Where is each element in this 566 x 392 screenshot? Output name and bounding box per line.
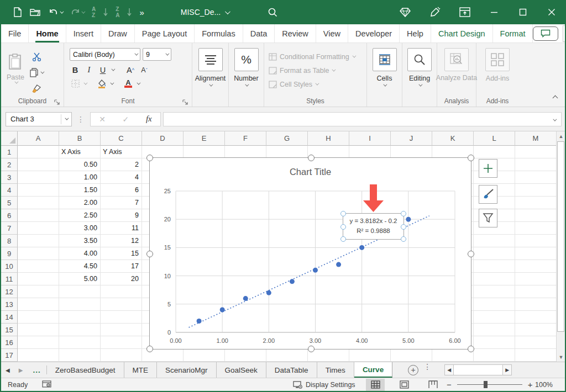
row-header-15[interactable]: 15 (1, 324, 18, 336)
sheet-tab-zerobasedbudget[interactable]: ZeroBasedBudget (47, 362, 124, 378)
alignment-button[interactable]: Alignment (192, 43, 228, 87)
underline-button[interactable]: U (97, 64, 108, 76)
chart-handle[interactable] (146, 155, 153, 161)
cell-B3[interactable]: 1.00 (59, 171, 101, 184)
column-header-B[interactable]: B (59, 131, 101, 146)
cell-B4[interactable]: 1.50 (59, 184, 101, 197)
ribbon-tab-draw[interactable]: Draw (101, 24, 135, 43)
font-color-button[interactable]: A (123, 78, 134, 89)
column-header-K[interactable]: K (432, 131, 474, 146)
new-sheet-button[interactable]: + (408, 362, 418, 378)
name-box-dropdown-icon[interactable] (65, 116, 69, 120)
column-header-I[interactable]: I (349, 131, 391, 146)
row-header-14[interactable]: 14 (1, 311, 18, 324)
column-header-A[interactable]: A (18, 131, 59, 146)
sheet-tab-scenariomgr[interactable]: ScenarioMgr (157, 362, 217, 378)
formula-bar-drag-handle[interactable]: ⋮ (77, 115, 85, 124)
italic-button[interactable]: I (83, 64, 95, 76)
row-header-10[interactable]: 10 (1, 260, 18, 273)
diamond-icon[interactable] (390, 0, 420, 24)
tabbar-drag-handle[interactable]: ⋮ (423, 362, 432, 378)
chart-title[interactable]: Chart Title (150, 167, 471, 177)
ribbon-tab-data[interactable]: Data (243, 24, 275, 43)
row-header-4[interactable]: 4 (1, 184, 18, 197)
row-header-9[interactable]: 9 (1, 247, 18, 260)
row-header-5[interactable]: 5 (1, 197, 18, 209)
column-header-M[interactable]: M (515, 131, 557, 146)
sheet-tab-datatable[interactable]: DataTable (266, 362, 317, 378)
scroll-down-icon[interactable]: ▼ (557, 352, 565, 362)
insert-function-icon[interactable]: fx (146, 114, 152, 124)
ribbon-tab-file[interactable]: File (1, 24, 29, 43)
row-header-12[interactable]: 12 (1, 285, 18, 298)
row-header-3[interactable]: 3 (1, 171, 18, 184)
ribbon-tab-developer[interactable]: Developer (348, 24, 400, 43)
scroll-right-icon[interactable]: ▶ (502, 364, 512, 375)
copy-button[interactable] (30, 67, 43, 78)
chart-object[interactable]: 05101520250.001.002.003.004.005.006.00 C… (149, 157, 471, 349)
row-header-1[interactable]: 1 (1, 146, 18, 158)
sheet-overflow-button[interactable]: ... (27, 362, 46, 378)
expand-toolbar-button[interactable] (563, 25, 566, 42)
normal-view-button[interactable] (366, 379, 385, 391)
cells-button[interactable]: Cells (367, 43, 402, 87)
search-icon[interactable] (268, 7, 277, 17)
column-header-G[interactable]: G (266, 131, 308, 146)
cell-C1[interactable]: Y Axis (101, 146, 142, 158)
row-header-17[interactable]: 17 (1, 349, 18, 362)
cell-C9[interactable]: 15 (101, 247, 142, 260)
underline-dropdown-icon[interactable] (111, 67, 115, 71)
ribbon-display-options-icon[interactable] (450, 0, 480, 24)
cell-C3[interactable]: 4 (101, 171, 142, 184)
close-button[interactable] (537, 0, 566, 24)
chart-handle[interactable] (308, 155, 315, 161)
format-painter-button[interactable] (30, 83, 43, 94)
equation-handle[interactable] (340, 236, 346, 242)
sheet-tab-times[interactable]: Times (317, 362, 354, 378)
maximize-button[interactable] (509, 0, 537, 24)
inking-pen-icon[interactable] (420, 0, 450, 24)
zoom-slider-thumb[interactable] (484, 381, 488, 388)
next-sheet-icon[interactable]: ▶ (14, 362, 28, 378)
formula-input[interactable] (163, 112, 562, 126)
horizontal-scrollbar[interactable]: ◀ ▶ (444, 362, 512, 378)
cell-B7[interactable]: 3.00 (59, 222, 101, 235)
ribbon-tab-help[interactable]: Help (400, 24, 431, 43)
editing-button[interactable]: Editing (402, 43, 437, 87)
ribbon-tab-review[interactable]: Review (275, 24, 316, 43)
document-title[interactable]: MISC_De... (181, 8, 229, 17)
horizontal-scroll-thumb[interactable] (454, 364, 502, 375)
minimize-button[interactable] (480, 0, 509, 24)
cell-B10[interactable]: 4.50 (59, 260, 101, 273)
chart-handle[interactable] (468, 155, 474, 161)
increase-font-size-button[interactable]: A^ (125, 64, 136, 76)
column-header-C[interactable]: C (101, 131, 142, 146)
undo-dropdown-icon[interactable] (60, 9, 64, 13)
equation-handle[interactable] (340, 211, 346, 216)
document-title-dropdown-icon[interactable] (225, 9, 230, 14)
vertical-scrollbar[interactable]: ▲ ▼ (556, 131, 565, 362)
cell-B9[interactable]: 4.00 (59, 247, 101, 260)
number-format-button[interactable]: % Number (229, 43, 264, 87)
equation-handle[interactable] (401, 236, 406, 242)
new-file-icon[interactable] (13, 7, 22, 17)
scroll-up-icon[interactable]: ▲ (557, 131, 565, 141)
cell-C8[interactable]: 12 (101, 235, 142, 247)
column-header-L[interactable]: L (474, 131, 515, 146)
chart-handle[interactable] (146, 346, 153, 352)
ribbon-tab-insert[interactable]: Insert (66, 24, 101, 43)
macro-record-icon[interactable] (42, 380, 51, 389)
row-header-8[interactable]: 8 (1, 235, 18, 247)
decrease-font-size-button[interactable]: Aˇ (139, 64, 150, 76)
trendline-equation-label[interactable]: y = 3.8182x - 0.2 R² = 0.9888 (343, 213, 404, 240)
cell-C5[interactable]: 7 (101, 197, 142, 209)
open-folder-icon[interactable] (30, 8, 41, 17)
previous-sheet-icon[interactable]: ◀ (1, 362, 14, 378)
column-header-E[interactable]: E (184, 131, 225, 146)
clipboard-dialog-launcher-icon[interactable] (54, 98, 61, 104)
font-dialog-launcher-icon[interactable] (182, 98, 189, 104)
row-header-13[interactable]: 13 (1, 298, 18, 311)
cell-C4[interactable]: 6 (101, 184, 142, 197)
cut-button[interactable] (30, 51, 43, 62)
collapse-ribbon-icon[interactable] (553, 92, 557, 102)
